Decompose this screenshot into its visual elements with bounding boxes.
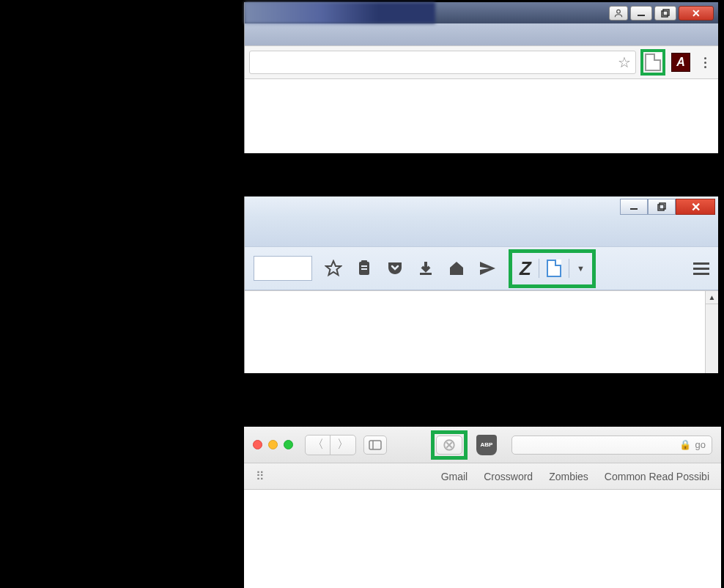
zotero-highlight — [640, 49, 665, 76]
maximize-button[interactable] — [648, 199, 676, 215]
firefox-toolbar: Z ▼ — [245, 246, 718, 290]
chrome-titlebar: ✕ — [245, 2, 718, 23]
firefox-content-area: ▲ — [245, 290, 718, 373]
lock-icon: 🔒 — [679, 439, 691, 450]
svg-rect-5 — [658, 205, 664, 210]
scrollbar[interactable]: ▲ — [705, 291, 718, 373]
url-text: go — [695, 439, 706, 450]
download-icon[interactable] — [416, 259, 435, 278]
safari-address-bar[interactable]: 🔒 go — [511, 436, 712, 455]
show-all-bookmarks-icon[interactable]: ⠿ — [256, 469, 266, 483]
bookmark-item[interactable]: Zombies — [549, 471, 588, 482]
traffic-lights — [253, 440, 293, 449]
svg-rect-3 — [663, 10, 669, 15]
clipboard-icon[interactable] — [355, 259, 374, 278]
zotero-z-icon[interactable]: Z — [520, 257, 531, 280]
zotero-highlight — [431, 430, 468, 460]
chrome-content-area — [245, 79, 718, 153]
separator — [539, 259, 539, 278]
user-switch-button[interactable] — [609, 6, 628, 21]
firefox-window: ✕ Z ▼ ▲ — [244, 196, 718, 373]
safari-favorites-bar: ⠿ Gmail Crossword Zombies Common Read Po… — [244, 463, 721, 490]
chrome-address-bar[interactable]: ☆ — [249, 51, 636, 74]
maximize-button[interactable] — [284, 440, 293, 449]
svg-rect-1 — [638, 15, 645, 16]
svg-rect-9 — [361, 265, 367, 267]
adobe-acrobat-icon[interactable]: A — [671, 53, 690, 72]
bookmark-item[interactable]: Common Read Possibi — [605, 471, 709, 482]
svg-rect-6 — [660, 203, 665, 209]
safari-window: 〈 〉 ABP 🔒 go ⠿ Gmail Crossword Zombies C… — [244, 427, 721, 588]
svg-rect-11 — [420, 273, 432, 275]
svg-rect-12 — [369, 441, 381, 449]
pocket-icon[interactable] — [385, 259, 405, 278]
zotero-save-icon[interactable] — [645, 54, 661, 71]
chrome-window: ✕ ☆ A — [244, 2, 718, 153]
bookmark-item[interactable]: Gmail — [441, 471, 468, 482]
firefox-address-bar[interactable] — [254, 256, 312, 281]
maximize-button[interactable] — [654, 6, 676, 21]
nav-buttons: 〈 〉 — [305, 435, 356, 455]
chrome-tabstrip[interactable] — [245, 23, 718, 45]
close-button[interactable]: ✕ — [679, 6, 714, 21]
svg-rect-2 — [662, 11, 668, 17]
star-icon[interactable]: ☆ — [618, 54, 631, 71]
send-icon[interactable] — [478, 259, 497, 278]
home-icon[interactable] — [447, 259, 466, 278]
scroll-up-icon[interactable]: ▲ — [706, 291, 718, 304]
chrome-toolbar: ☆ A — [245, 45, 718, 79]
adblock-icon[interactable]: ABP — [475, 436, 498, 455]
zotero-save-icon[interactable] — [547, 260, 561, 277]
minimize-button[interactable] — [630, 6, 652, 21]
forward-button[interactable]: 〉 — [330, 436, 355, 455]
svg-rect-8 — [361, 260, 367, 263]
zotero-highlight: Z ▼ — [509, 249, 596, 288]
firefox-menu-icon[interactable] — [693, 262, 709, 275]
bookmark-item[interactable]: Crossword — [484, 471, 533, 482]
minimize-button[interactable] — [620, 199, 648, 215]
star-icon[interactable] — [324, 259, 343, 278]
safari-content-area — [244, 490, 721, 588]
svg-point-0 — [617, 10, 621, 13]
close-button[interactable]: ✕ — [676, 199, 715, 215]
zotero-save-icon[interactable] — [436, 436, 462, 455]
back-button[interactable]: 〈 — [306, 436, 330, 455]
firefox-tabstrip[interactable] — [245, 217, 718, 246]
svg-rect-4 — [630, 208, 638, 210]
chrome-menu-icon[interactable] — [698, 57, 712, 68]
close-button[interactable] — [253, 440, 262, 449]
svg-rect-10 — [361, 268, 367, 270]
chevron-down-icon[interactable]: ▼ — [577, 264, 585, 273]
minimize-button[interactable] — [268, 440, 278, 449]
sidebar-button[interactable] — [363, 436, 387, 455]
separator — [569, 259, 569, 278]
firefox-titlebar: ✕ — [245, 196, 718, 217]
safari-toolbar: 〈 〉 ABP 🔒 go — [244, 427, 721, 463]
